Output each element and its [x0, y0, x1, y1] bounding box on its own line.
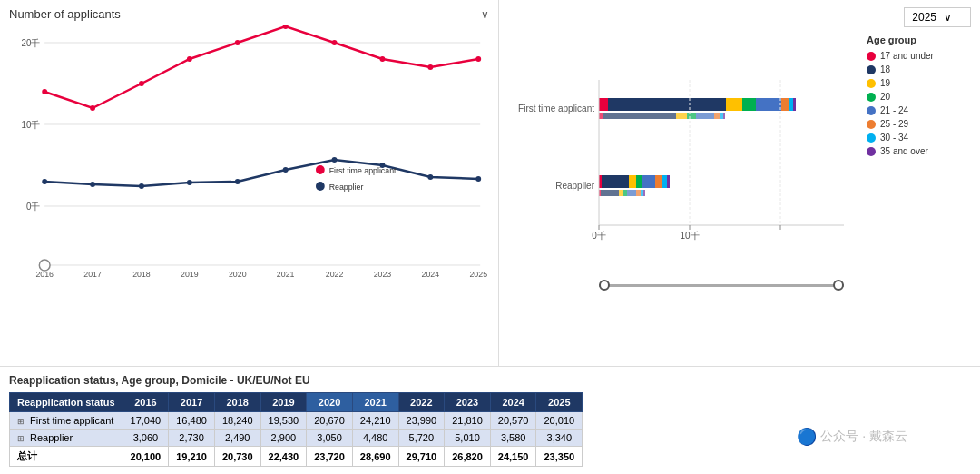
- svg-point-9: [90, 105, 95, 111]
- col-header-2022: 2022: [398, 393, 445, 412]
- svg-rect-74: [641, 190, 643, 196]
- cell-status-total: 总计: [10, 447, 123, 467]
- svg-rect-63: [636, 175, 642, 188]
- svg-point-18: [42, 179, 47, 184]
- legend-label-21-24: 21 - 24: [880, 105, 908, 115]
- svg-point-21: [187, 180, 192, 185]
- svg-point-19: [90, 182, 95, 187]
- cell-total-2022: 29,710: [398, 447, 445, 467]
- cell-reapplier-2019: 2,900: [260, 430, 307, 447]
- watermark-icon: 🔵: [797, 427, 817, 447]
- svg-text:2021: 2021: [277, 270, 295, 279]
- col-header-2019: 2019: [260, 393, 307, 412]
- col-header-status: Reapplication status: [10, 393, 123, 412]
- slider-thumb-right[interactable]: [833, 280, 844, 291]
- svg-text:2024: 2024: [422, 270, 440, 279]
- legend-dot-18: [867, 65, 876, 74]
- line-chart-svg: 20千 10千 0千: [9, 25, 489, 279]
- col-header-2023: 2023: [445, 393, 491, 412]
- cell-total-2025: 23,350: [536, 447, 583, 467]
- cell-total-2020: 23,720: [307, 447, 353, 467]
- legend-label-17under: 17 and under: [880, 51, 934, 61]
- svg-point-13: [283, 25, 289, 29]
- cell-status-first: ⊞ First time applicant: [10, 412, 123, 430]
- slider-container: [508, 282, 862, 287]
- col-header-2021: 2021: [352, 393, 398, 412]
- svg-rect-55: [687, 113, 696, 119]
- cell-reapplier-2016: 3,060: [122, 430, 169, 447]
- cell-first-2017: 16,480: [169, 412, 215, 430]
- svg-rect-46: [726, 98, 742, 111]
- legend-label-19: 19: [880, 78, 890, 88]
- cell-first-2019: 19,530: [260, 412, 307, 430]
- cell-first-2023: 21,810: [445, 412, 491, 430]
- svg-rect-70: [619, 190, 623, 196]
- svg-rect-45: [608, 98, 726, 111]
- cell-reapplier-2021: 4,480: [352, 430, 398, 447]
- svg-text:2023: 2023: [374, 270, 392, 279]
- svg-rect-58: [720, 113, 723, 119]
- legend-item-19: 19: [867, 78, 966, 88]
- svg-rect-61: [602, 175, 629, 188]
- svg-text:20千: 20千: [22, 38, 41, 48]
- svg-text:2017: 2017: [83, 270, 102, 279]
- svg-rect-62: [629, 175, 636, 188]
- svg-rect-47: [742, 98, 756, 111]
- slider-track: [599, 284, 844, 287]
- svg-rect-71: [623, 190, 627, 196]
- slider-thumb-left[interactable]: [599, 280, 610, 291]
- legend-dot-25-29: [867, 120, 876, 129]
- svg-rect-48: [756, 98, 781, 111]
- year-dropdown[interactable]: 2025 ∨: [904, 7, 971, 27]
- cell-first-2025: 20,010: [536, 412, 583, 430]
- legend-item-35over: 35 and over: [867, 146, 966, 156]
- cell-total-2019: 22,430: [260, 447, 307, 467]
- main-container: Number of applicants ∨ 20千 10千 0千: [0, 0, 980, 474]
- cell-label-total: 总计: [17, 450, 37, 461]
- legend-dot-21-24: [867, 106, 876, 115]
- cell-first-2021: 24,210: [352, 412, 398, 430]
- bar-chart-content: First time applicant Reapplier: [508, 7, 862, 339]
- chart-dropdown-arrow[interactable]: ∨: [481, 8, 489, 21]
- table-row-first: ⊞ First time applicant 17,040 16,480 18,…: [10, 412, 583, 430]
- svg-text:2016: 2016: [35, 270, 54, 279]
- cell-label-first: First time applicant: [30, 415, 113, 426]
- svg-text:Reapplier: Reapplier: [555, 181, 594, 191]
- svg-rect-67: [667, 175, 670, 188]
- svg-point-11: [187, 56, 192, 62]
- svg-rect-57: [714, 113, 720, 119]
- svg-text:2022: 2022: [326, 270, 344, 279]
- cell-status-reapplier: ⊞ Reapplier: [10, 430, 123, 447]
- svg-point-14: [332, 40, 338, 45]
- cell-total-2024: 24,150: [490, 447, 536, 467]
- svg-point-24: [332, 157, 338, 163]
- legend-label-25-29: 25 - 29: [880, 119, 908, 129]
- chart-title-bar: Number of applicants ∨: [9, 7, 489, 21]
- expand-icon-reapplier[interactable]: ⊞: [17, 434, 24, 443]
- svg-rect-73: [636, 190, 641, 196]
- svg-rect-66: [662, 175, 667, 188]
- col-header-2018: 2018: [214, 393, 260, 412]
- line-chart-panel: Number of applicants ∨ 20千 10千 0千: [0, 0, 499, 366]
- svg-point-16: [427, 64, 433, 70]
- svg-point-27: [475, 176, 481, 182]
- svg-point-22: [235, 179, 240, 184]
- expand-icon-first[interactable]: ⊞: [17, 417, 24, 426]
- legend-dot-30-34: [867, 133, 876, 143]
- svg-rect-59: [723, 113, 725, 119]
- svg-text:Reapplier: Reapplier: [329, 183, 364, 192]
- cell-reapplier-2017: 2,730: [169, 430, 215, 447]
- svg-point-38: [316, 165, 325, 174]
- cell-total-2018: 20,730: [214, 447, 260, 467]
- legend-item-25-29: 25 - 29: [867, 119, 966, 129]
- col-header-2024: 2024: [490, 393, 536, 412]
- svg-text:2019: 2019: [181, 270, 199, 279]
- svg-text:First time applicant: First time applicant: [518, 104, 594, 114]
- svg-rect-64: [642, 175, 655, 188]
- charts-area: Number of applicants ∨ 20千 10千 0千: [0, 0, 980, 367]
- svg-text:2025: 2025: [469, 270, 487, 279]
- svg-point-8: [42, 89, 47, 94]
- legend-title: Age group: [867, 35, 966, 45]
- svg-text:0千: 0千: [592, 231, 606, 241]
- svg-text:2020: 2020: [229, 270, 247, 279]
